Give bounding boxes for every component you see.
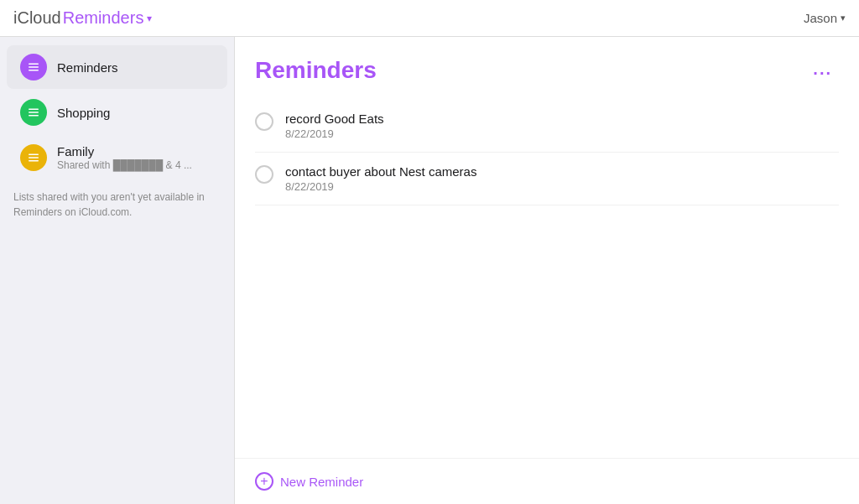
list-icon-svg [26,60,41,75]
sidebar: Reminders Shopping [0,37,235,504]
family-item-name: Family [57,144,192,158]
reminders-list: record Good Eats 8/22/2019 contact buyer… [235,100,859,458]
new-reminder-button[interactable]: + New Reminder [255,472,363,491]
shopping-item-name: Shopping [57,106,110,120]
reminder-item: contact buyer about Nest cameras 8/22/20… [255,153,839,205]
family-item-text: Family Shared with ███████ & 4 ... [57,144,192,171]
reminder-1-title: record Good Eats [285,112,384,126]
brand-reminders-text: Reminders [63,8,144,28]
new-reminder-plus-icon: + [255,472,273,491]
svg-rect-1 [29,66,39,68]
user-chevron-icon: ▾ [841,13,846,23]
svg-rect-5 [29,115,39,117]
sidebar-note: Lists shared with you aren't yet availab… [13,190,221,220]
shopping-item-text: Shopping [57,106,110,120]
reminder-2-date: 8/22/2019 [285,180,476,193]
svg-rect-3 [29,109,39,111]
main-header: Reminders ··· [235,37,859,100]
new-reminder-label: New Reminder [280,475,363,489]
reminder-checkbox-2[interactable] [255,165,273,184]
sidebar-item-family[interactable]: Family Shared with ███████ & 4 ... [7,136,227,179]
family-item-sub: Shared with ███████ & 4 ... [57,159,192,171]
svg-rect-6 [29,154,39,156]
reminder-item: record Good Eats 8/22/2019 [255,100,839,153]
user-name: Jason [804,11,837,25]
family-icon [20,144,47,171]
reminder-1-date: 8/22/2019 [285,127,384,140]
sidebar-item-shopping[interactable]: Shopping [7,91,227,134]
shopping-icon [20,99,47,126]
family-icon-svg [26,150,41,165]
reminders-item-text: Reminders [57,60,118,75]
reminders-icon [20,54,47,81]
main-title: Reminders [255,57,377,84]
main-content: Reminders ··· record Good Eats 8/22/2019… [235,37,859,504]
user-menu[interactable]: Jason ▾ [804,11,846,25]
reminder-checkbox-1[interactable] [255,112,273,131]
svg-rect-4 [29,112,39,113]
reminder-2-content: contact buyer about Nest cameras 8/22/20… [285,164,476,193]
reminder-1-content: record Good Eats 8/22/2019 [285,112,384,140]
reminder-2-title: contact buyer about Nest cameras [285,164,476,179]
more-options-button[interactable]: ··· [806,60,839,86]
brand-logo: iCloud Reminders ▾ [13,8,152,28]
svg-rect-0 [29,64,39,65]
main-footer: + New Reminder [235,458,859,504]
svg-rect-2 [29,70,39,71]
shopping-icon-svg [26,105,41,120]
sidebar-item-reminders[interactable]: Reminders [7,45,227,89]
app-header: iCloud Reminders ▾ Jason ▾ [0,0,859,37]
app-body: Reminders Shopping [0,37,859,504]
brand-icloud-text: iCloud [13,8,61,28]
brand-chevron-icon[interactable]: ▾ [147,13,152,24]
svg-rect-7 [29,157,39,158]
reminders-item-name: Reminders [57,60,118,75]
svg-rect-8 [29,160,39,162]
